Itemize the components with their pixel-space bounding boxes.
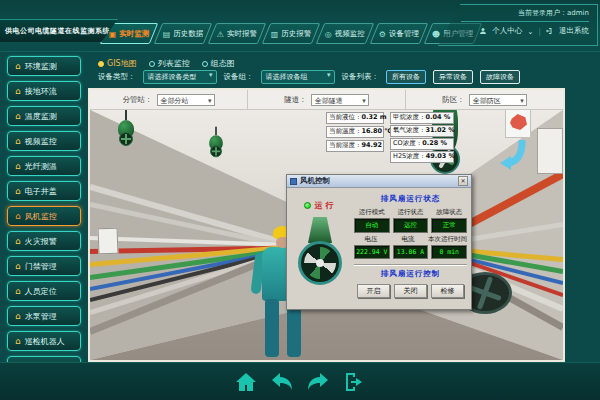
device-group-select[interactable]: 请选择设备组: [261, 70, 335, 84]
tab-history-alarm[interactable]: ▥历史报警: [262, 23, 320, 44]
logout-link[interactable]: 退出系统: [559, 26, 589, 36]
reading-humidity: 当前湿度：94.92: [326, 140, 384, 152]
fan-graphic-motor: [308, 217, 332, 243]
tab-history-data[interactable]: ▤历史数据: [154, 23, 212, 44]
sidebar-item-manhole[interactable]: ⌂电子井盖: [7, 181, 81, 201]
device-type-label: 设备类型：: [98, 72, 136, 82]
sidebar-item-personnel[interactable]: ⌂人员定位: [7, 281, 81, 301]
station-select[interactable]: 全部分站: [157, 94, 215, 106]
sidebar-item-video[interactable]: ⌂视频监控: [7, 131, 81, 151]
run-state-value: 远控: [393, 218, 429, 233]
runtime-value: 0 min: [431, 245, 467, 259]
app-title-banner: 供电公司电缆隧道在线监测系统: [0, 19, 118, 42]
sidebar-item-label: 风机监控: [25, 211, 57, 222]
sidebar-item-label: 巡检机器人: [25, 336, 65, 347]
voltage-value: 222.94 V: [354, 245, 390, 259]
fan-graphic-blades: [298, 241, 342, 285]
run-status-text: 运行: [315, 200, 337, 211]
page-title: 供电公司电缆隧道在线监测系统: [5, 26, 110, 36]
device-manage-icon: ⚙: [379, 29, 386, 38]
device-type-select[interactable]: 请选择设备类型: [143, 70, 217, 84]
radio-config-view[interactable]: 组态图: [202, 58, 235, 69]
run-state-label: 运行状态: [393, 208, 429, 217]
run-mode-label: 运行模式: [354, 208, 390, 217]
main-nav: ▣实时监测 ▤历史数据 ⚠实时报警 ▥历史报警 ◎视频监控 ⚙设备管理 ☻用户管…: [104, 23, 478, 44]
wall-sign: [98, 228, 119, 255]
sidebar-item-label: 水泵管理: [25, 311, 57, 322]
module-icon: ⌂: [15, 162, 21, 171]
sidebar-item-label: 接地环流: [25, 86, 57, 97]
fan-start-button[interactable]: 开启: [357, 284, 390, 298]
zone-select[interactable]: 全部防区: [469, 94, 527, 106]
sidebar-item-robot[interactable]: ⌂巡检机器人: [7, 331, 81, 351]
dialog-app-icon: [290, 178, 297, 185]
reading-oxygen: 氧气浓度：31.02 %: [390, 125, 454, 137]
divider: |: [538, 27, 541, 36]
radio-list-monitor[interactable]: 列表监控: [149, 58, 190, 69]
module-icon: ⌂: [15, 237, 21, 246]
fault-devices-button[interactable]: 故障设备: [480, 70, 520, 84]
current-value: 13.06 A: [393, 245, 429, 259]
sidebar-item-temperature[interactable]: ⌂温度监测: [7, 106, 81, 126]
realtime-monitor-icon: ▣: [109, 29, 117, 38]
sidebar-item-fan-monitor[interactable]: ⌂风机监控: [7, 206, 81, 226]
tunnel-select[interactable]: 全部隧道: [311, 94, 369, 106]
tunnel-label: 隧道：: [284, 95, 307, 105]
zone-label: 防区：: [442, 95, 465, 105]
sidebar-item-environment[interactable]: ⌂环境监测: [7, 56, 81, 76]
close-icon[interactable]: ✕: [458, 176, 468, 186]
tab-device-manage[interactable]: ⚙设备管理: [370, 23, 428, 44]
bottom-toolbar: [0, 362, 600, 400]
reading-methane: 甲烷浓度：0.04 %: [390, 112, 454, 124]
view-mode-radios: GIS地图 列表监控 组态图: [98, 58, 235, 69]
runtime-label: 本次运行时间: [428, 235, 467, 244]
user-manage-icon: ☻: [432, 29, 440, 38]
fan-status-section-title: 排风扇运行状态: [354, 194, 467, 204]
radio-dot: [98, 61, 104, 67]
device-filter-row: 设备类型： 请选择设备类型 设备组： 请选择设备组 设备列表： 所有设备 异常设…: [98, 70, 520, 84]
sidebar-item-label: 温度监测: [25, 111, 57, 122]
radio-label: 列表监控: [158, 58, 190, 69]
sidebar-item-label: 视频监控: [25, 136, 57, 147]
sidebar: ⌂环境监测 ⌂接地环流 ⌂温度监测 ⌂视频监控 ⌂光纤测温 ⌂电子井盖 ⌂风机监…: [0, 56, 88, 376]
viewer-filter-bar: 分管站： 全部分站 隧道： 全部隧道 防区： 全部防区: [90, 90, 563, 110]
wall-cabinet: [537, 128, 563, 174]
forward-icon[interactable]: [306, 370, 330, 394]
module-icon: ⌂: [15, 62, 21, 71]
navigate-arrow-icon[interactable]: [498, 140, 526, 172]
all-devices-button[interactable]: 所有设备: [386, 70, 426, 84]
reading-h2s: H2S浓度：49.03 %: [390, 151, 454, 163]
home-icon[interactable]: [234, 370, 258, 394]
sidebar-item-fiber-temp[interactable]: ⌂光纤测温: [7, 156, 81, 176]
person-icon: [479, 27, 487, 35]
module-icon: ⌂: [15, 112, 21, 121]
sidebar-item-access-control[interactable]: ⌂门禁管理: [7, 256, 81, 276]
module-icon: ⌂: [15, 287, 21, 296]
radio-dot: [149, 61, 155, 67]
dialog-titlebar[interactable]: 风机控制 ✕: [287, 175, 471, 188]
sidebar-item-ground-current[interactable]: ⌂接地环流: [7, 81, 81, 101]
sidebar-item-fire-alarm[interactable]: ⌂火灾报警: [7, 231, 81, 251]
fault-state-label: 故障状态: [431, 208, 467, 217]
mini-map-thumbnail[interactable]: [505, 110, 531, 138]
abnormal-devices-button[interactable]: 异常设备: [433, 70, 473, 84]
back-icon[interactable]: [270, 370, 294, 394]
ceiling-fan-2[interactable]: [209, 127, 223, 158]
chevron-down-icon: ⌄: [527, 27, 533, 36]
tab-label: 视频监控: [335, 29, 365, 39]
reading-liquid-level: 当前液位：0.32 m: [326, 112, 384, 124]
sidebar-item-pump[interactable]: ⌂水泵管理: [7, 306, 81, 326]
tunnel-3d-scene[interactable]: 当前液位：0.32 m 当前温度：16.80 ℃ 当前湿度：94.92 甲烷浓度…: [90, 110, 563, 360]
module-icon: ⌂: [15, 212, 21, 221]
exit-icon[interactable]: [342, 370, 366, 394]
fan-maintenance-button[interactable]: 检修: [431, 284, 464, 298]
tab-realtime-alarm[interactable]: ⚠实时报警: [208, 23, 266, 44]
ceiling-fan-1[interactable]: [118, 110, 134, 146]
radio-gis-map[interactable]: GIS地图: [98, 58, 137, 69]
fan-stop-button[interactable]: 关闭: [394, 284, 427, 298]
module-icon: ⌂: [15, 312, 21, 321]
module-icon: ⌂: [15, 187, 21, 196]
tab-video-monitor[interactable]: ◎视频监控: [316, 23, 374, 44]
personal-center-link[interactable]: 个人中心: [492, 26, 522, 36]
reading-co: CO浓度：0.28 %: [390, 138, 454, 150]
